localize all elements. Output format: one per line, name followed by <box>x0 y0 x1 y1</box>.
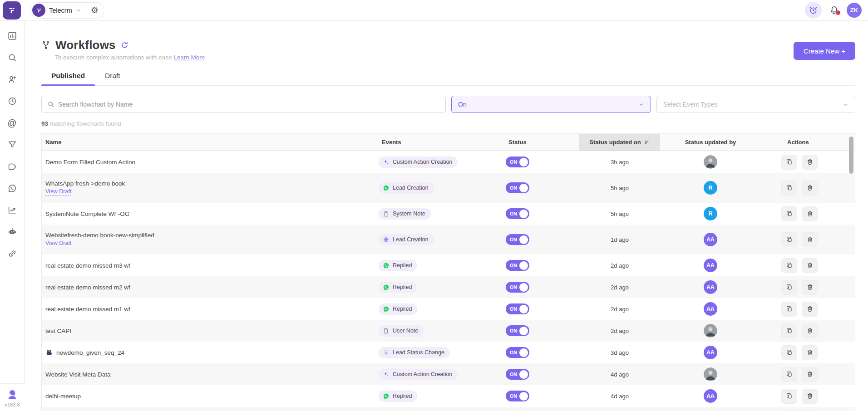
sidebar-item-labels[interactable] <box>7 161 17 171</box>
user-photo-avatar[interactable] <box>704 155 717 169</box>
sidebar-item-automation[interactable] <box>7 227 17 237</box>
telecrm-logo-icon <box>7 5 17 15</box>
trash-icon <box>806 184 814 191</box>
event-label: Custom Action Creation <box>393 371 452 377</box>
table-row: newdemo_given_seq_24 Lead Status Change … <box>42 342 855 363</box>
duplicate-button[interactable] <box>781 302 797 317</box>
column-header-status-updated-on[interactable]: Status updated on <box>579 134 660 151</box>
sidebar-item-analytics[interactable] <box>7 205 17 215</box>
support-agent-icon[interactable] <box>6 388 19 401</box>
initials-avatar[interactable]: AA <box>704 259 717 272</box>
status-toggle[interactable]: ON <box>506 157 529 167</box>
create-new-button[interactable]: Create New + <box>794 42 855 60</box>
copy-icon <box>786 349 793 356</box>
status-updated-on: 4d ago <box>579 393 660 400</box>
app-logo[interactable] <box>3 1 21 20</box>
status-toggle[interactable]: ON <box>506 234 529 245</box>
status-toggle[interactable]: ON <box>506 303 529 314</box>
status-toggle[interactable]: ON <box>506 347 529 358</box>
status-filter-dropdown[interactable]: On <box>451 96 651 113</box>
initials-avatar[interactable]: AA <box>704 280 717 294</box>
sidebar-item-search[interactable] <box>7 53 17 63</box>
delete-button[interactable] <box>802 232 818 247</box>
duplicate-button[interactable] <box>781 323 797 338</box>
tab-published[interactable]: Published <box>41 72 95 85</box>
duplicate-button[interactable] <box>781 155 797 170</box>
status-updated-by: AA <box>660 233 761 246</box>
delete-button[interactable] <box>802 181 818 196</box>
delete-button[interactable] <box>802 258 818 273</box>
status-toggle[interactable]: ON <box>506 182 529 193</box>
duplicate-button[interactable] <box>781 345 797 360</box>
status-toggle[interactable]: ON <box>506 260 529 271</box>
view-draft-link[interactable]: View Draft <box>45 188 71 196</box>
duplicate-button[interactable] <box>781 389 797 404</box>
whatsapp-icon <box>383 185 390 191</box>
gear-icon[interactable]: ⚙ <box>91 6 99 15</box>
initials-avatar[interactable]: AA <box>704 389 717 403</box>
duplicate-button[interactable] <box>781 206 797 221</box>
duplicate-button[interactable] <box>781 280 797 295</box>
workflow-name-cell: SystemNote Complete WF-OG <box>42 210 378 217</box>
copy-icon <box>786 327 793 334</box>
sidebar-item-mentions[interactable]: @ <box>7 118 17 128</box>
copy-icon <box>786 284 793 291</box>
copy-icon <box>786 210 793 217</box>
table-row: WhatsApp fresh->demo book View Draft Lea… <box>42 173 855 203</box>
toggle-label: ON <box>510 393 517 399</box>
copy-icon <box>786 158 793 166</box>
delete-button[interactable] <box>802 155 818 170</box>
sidebar-item-add-contact[interactable] <box>7 74 17 84</box>
search-input[interactable] <box>58 101 440 108</box>
page-subtitle: To execute complex automations with ease… <box>55 54 205 61</box>
learn-more-link[interactable]: Learn More <box>173 54 205 61</box>
lead-status-icon <box>383 349 390 356</box>
tab-draft[interactable]: Draft <box>95 72 130 85</box>
initials-avatar[interactable]: AA <box>704 302 717 316</box>
workspace-switcher[interactable]: Telecrm ⚙ <box>30 2 104 19</box>
delete-button[interactable] <box>802 367 818 382</box>
reminders-button[interactable] <box>805 2 822 19</box>
sidebar-item-history[interactable] <box>7 96 17 106</box>
delete-button[interactable] <box>802 302 818 317</box>
toggle-label: ON <box>510 159 517 165</box>
notifications-button[interactable] <box>829 5 839 15</box>
event-types-dropdown[interactable]: Select Event Types <box>656 96 855 113</box>
sidebar-item-integrations[interactable] <box>7 249 17 259</box>
refresh-icon[interactable] <box>120 41 129 49</box>
actions-cell <box>761 323 855 338</box>
event-types-placeholder: Select Event Types <box>663 101 718 108</box>
view-draft-link[interactable]: View Draft <box>45 240 71 247</box>
duplicate-button[interactable] <box>781 232 797 247</box>
user-avatar[interactable]: ZK <box>847 3 862 18</box>
status-cell: ON <box>504 234 579 245</box>
workspace-name: Telecrm <box>49 7 72 14</box>
sidebar-item-filters[interactable] <box>7 140 17 150</box>
table-scrollbar[interactable] <box>849 137 853 174</box>
initials-avatar[interactable]: R <box>704 207 717 220</box>
user-photo-avatar[interactable] <box>704 324 717 338</box>
initials-avatar[interactable]: R <box>704 181 717 195</box>
initials-avatar[interactable]: AA <box>704 233 717 246</box>
initials-avatar[interactable]: AA <box>704 346 717 359</box>
workflow-name: SystemNote Complete WF-OG <box>45 210 129 217</box>
duplicate-button[interactable] <box>781 258 797 273</box>
sidebar-item-whatsapp[interactable] <box>7 183 17 193</box>
delete-button[interactable] <box>802 389 818 404</box>
status-toggle[interactable]: ON <box>506 282 529 293</box>
status-toggle[interactable]: ON <box>506 208 529 219</box>
duplicate-button[interactable] <box>781 181 797 196</box>
status-toggle[interactable]: ON <box>506 391 529 401</box>
delete-button[interactable] <box>802 206 818 221</box>
whatsapp-icon <box>383 262 390 269</box>
status-toggle[interactable]: ON <box>506 369 529 380</box>
delete-button[interactable] <box>802 345 818 360</box>
status-toggle[interactable]: ON <box>506 325 529 336</box>
delete-button[interactable] <box>802 323 818 338</box>
toggle-knob <box>519 283 528 292</box>
user-photo-avatar[interactable] <box>704 367 717 381</box>
delete-button[interactable] <box>802 280 818 295</box>
globe-icon <box>383 236 390 243</box>
sidebar-item-dashboard[interactable] <box>7 31 17 41</box>
duplicate-button[interactable] <box>781 367 797 382</box>
